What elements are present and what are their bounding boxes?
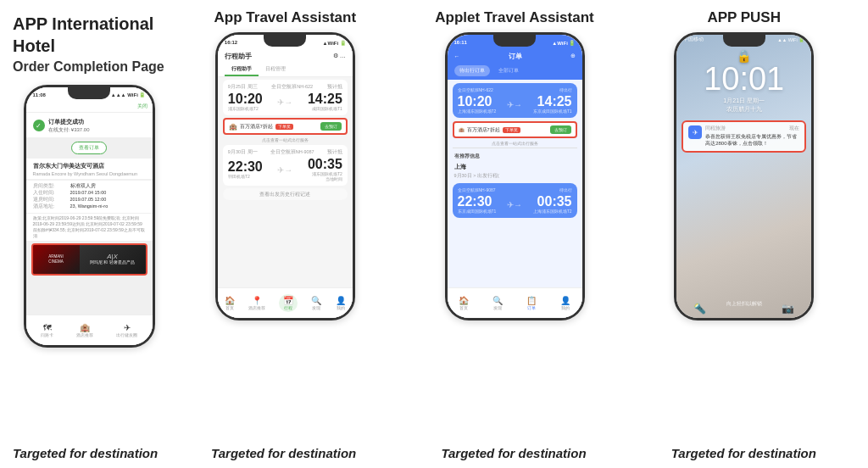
phone3-screen: 16:11 ▲WiFi 🔋 ← 订单 ⊕ 待出行订单 全部订单 <box>448 35 582 318</box>
phone4-camera-icon[interactable]: 📷 <box>782 303 794 315</box>
phone4-flashlight-icon[interactable]: 🔦 <box>693 303 706 315</box>
phone2-title: 行程助手 <box>225 52 252 61</box>
phone1-close-btn[interactable]: 关闭 <box>137 103 147 109</box>
phone3-promo-tag: 下单奖 <box>503 127 520 133</box>
phone3-hotel-promo[interactable]: 🏨 百万酒店7折起 下单奖 去预订 <box>453 121 577 138</box>
phone4-notif-text: 恭喜您获得王权免税店专属优惠券，节省高达2800泰铢，点击领取！ <box>705 133 799 148</box>
phone3-title: 订单 <box>509 52 522 61</box>
phone2-nav-hotel[interactable]: 📍 酒店推荐 <box>248 296 265 310</box>
flight2-label: 预计抵 <box>327 149 342 155</box>
footer-labels: Targeted for destination Targeted for de… <box>0 446 868 468</box>
phone2-hotel-promo[interactable]: 🏨 百万酒店7折起 下单奖 去预订 <box>223 118 348 135</box>
phone3-discover-icon: 🔍 <box>492 296 503 305</box>
trip-icon: 📅 <box>283 296 293 305</box>
phone2-header: 行程助手 ⚙ … <box>218 48 353 64</box>
phone3-city-label: 上海 <box>448 161 582 173</box>
phone1-ad-left: ARMANICINEMA <box>33 245 80 274</box>
phone4-notification[interactable]: ✈ 同程旅游 现在 恭喜您获得王权免税店专属优惠券，节省高达2800泰铢，点击领… <box>682 120 806 153</box>
phone2-tab1[interactable]: 行程助手 <box>225 64 259 76</box>
phone1-ad-banner[interactable]: ARMANICINEMA A|X 阿玛尼 和 轻奢星品产品 <box>31 243 147 276</box>
home-icon: 🏠 <box>225 296 235 305</box>
phone2-nav-discover[interactable]: 🔍 发现 <box>311 296 321 310</box>
phone3-flt1-num: 全日空航班NH-622 <box>458 87 493 92</box>
nav-item-2[interactable]: 🏨 酒店推荐 <box>76 323 93 337</box>
phone4-date: 1月21日 星期一 农历腊月十九 <box>676 97 811 114</box>
phone1-order-btn[interactable]: 查看订单 <box>71 142 107 154</box>
phone4-signal-icons: ▲▲ WiFi 🔋 <box>777 37 804 42</box>
phone3-flt2-num: 全日空航班NH-9087 <box>458 187 496 192</box>
phone2-screen: 16:12 ▲WiFi 🔋 行程助手 ⚙ … 行程助手 日程管理 <box>218 35 353 318</box>
phone3-more[interactable]: ⊕ <box>570 53 576 59</box>
check-icon: ✓ <box>33 120 45 131</box>
phone3-flt2-arr-airport: 上海浦东国际机场T2 <box>533 209 572 214</box>
phone3-book-btn[interactable]: 去预订 <box>550 125 571 134</box>
phone1-hotel-name: 首尔东大门华美达安可酒店 <box>26 159 153 171</box>
phone4-app-icon: ✈ <box>688 125 702 139</box>
footer-left-label: Targeted for destination <box>13 446 158 460</box>
phone3-home-icon: 🏠 <box>459 296 469 305</box>
phone2-tab2[interactable]: 日程管理 <box>259 64 292 76</box>
phone1-signal: ▲▲▲ WiFi 🔋 <box>111 92 146 98</box>
profile-icon: 👤 <box>336 296 346 305</box>
phone-column-4: APP PUSH 中国移动 ▲▲ WiFi 🔋 🔒 10:01 1月21日 星期… <box>632 8 855 320</box>
nav-item-1[interactable]: 🗺 问路卡 <box>41 323 53 337</box>
phone3-flt1-status: 待出行 <box>559 87 572 92</box>
phone4-screen: 中国移动 ▲▲ WiFi 🔋 🔒 10:01 1月21日 星期一 农历腊月十九 … <box>676 35 811 318</box>
footer-spacer: Targeted for destination <box>13 446 165 461</box>
phone3-flt2-time-row: 22:30 东京成田国际机场T1 ✈→ 00:35 上海浦东国际机场T2 <box>458 195 572 214</box>
flight1-depart-label: 预计抵 <box>327 84 342 90</box>
flight1-date: 9月25日 周三 <box>228 84 258 90</box>
phone1-info-block: 房间类型:标准双人房 入住时间:2019.07.04 15:00 退房时间:20… <box>26 181 153 213</box>
phone2-nav-profile[interactable]: 👤 我的 <box>336 296 346 310</box>
column-title-4: APP PUSH <box>707 8 781 27</box>
phone3-tab2[interactable]: 全部订单 <box>493 65 524 76</box>
phone1-ad-brand: 阿玛尼 和 轻奢星品产品 <box>90 260 135 265</box>
phone3-flight2-card: 全日空航班NH-9087 待出行 22:30 东京成田国际机场T1 ✈→ <box>453 183 577 218</box>
phone1-success-text: 订单提交成功 <box>48 118 90 126</box>
phone3-nav-profile[interactable]: 👤 我的 <box>560 296 570 310</box>
hotel-promo-tag: 下单奖 <box>275 124 293 130</box>
phone1-bottom-nav: 🗺 问路卡 🏨 酒店推荐 ✈ 出行健友圈 <box>26 315 153 345</box>
phones-area: App Travel Assistant 16:12 ▲WiFi 🔋 行程助手 … <box>174 8 855 437</box>
footer-label-3: Targeted for destination <box>402 446 625 461</box>
phone4-notif-app-row: 同程旅游 现在 <box>705 125 799 131</box>
phone4-notif-close[interactable]: 现在 <box>789 125 799 131</box>
flight1-dep-time: 10:20 <box>228 92 263 106</box>
column-title-2: App Travel Assistant <box>214 8 357 27</box>
phone2-nav-home[interactable]: 🏠 首页 <box>225 296 235 310</box>
flight2-dep-time: 22:30 <box>228 160 263 174</box>
phone3-frame: 16:11 ▲WiFi 🔋 ← 订单 ⊕ 待出行订单 全部订单 <box>445 32 585 320</box>
phone3-back[interactable]: ← <box>454 53 460 59</box>
share-icon: ✈ <box>124 323 131 332</box>
phone4-bottom-icons: 🔦 📷 <box>676 303 811 315</box>
phone2-flight1-card: 9月25日 周三 全日空航班NH-622 预计抵 10:20 浦东国际机场T2 … <box>223 80 348 115</box>
phone3-hotel-promo-left: 🏨 百万酒店7折起 下单奖 <box>459 127 520 133</box>
phone2-tabs: 行程助手 日程管理 <box>218 64 353 77</box>
phone4-time: 10:01 <box>676 63 811 95</box>
phone3-click-hint: 点击查看一站式出行服务 <box>448 141 582 146</box>
phone4-wrapper: 中国移动 ▲▲ WiFi 🔋 🔒 10:01 1月21日 星期一 农历腊月十九 … <box>674 32 814 320</box>
phone3-flt1-dep-time: 10:20 <box>458 95 497 109</box>
phone3-section-date: 9月30日 > 出发行程( <box>448 173 582 181</box>
phone3-flt2-arr-time: 00:35 <box>533 195 572 209</box>
phone3-flt-arrow: ✈→ <box>507 100 522 109</box>
phone3-nav-order[interactable]: 📋 订单 <box>526 296 537 310</box>
phone3-order-icon: 📋 <box>526 296 537 305</box>
phone3-tab1[interactable]: 待出行订单 <box>454 65 490 76</box>
flight2-date: 9月30日 周一 <box>228 149 258 155</box>
phone3-nav-home[interactable]: 🏠 首页 <box>459 296 469 310</box>
phone-column-2: App Travel Assistant 16:12 ▲WiFi 🔋 行程助手 … <box>174 8 397 320</box>
hotel-promo-book-btn[interactable]: 去预订 <box>320 122 342 131</box>
phone2-signal: ▲WiFi 🔋 <box>323 40 346 46</box>
history-btn[interactable]: 查看出发历史行程记述 <box>259 192 310 197</box>
company-title: APP International Hotel <box>13 13 165 57</box>
phone3-nav-discover[interactable]: 🔍 发现 <box>492 296 503 310</box>
nav-item-3[interactable]: ✈ 出行健友圈 <box>116 323 137 337</box>
footer-label-2: Targeted for destination <box>172 446 395 461</box>
phone1-frame: 11:08 ▲▲▲ WiFi 🔋 关闭 ✓ 订单提交成功 在线支付: ¥337.… <box>24 85 155 348</box>
phone-column-3: Applet Travel Assistant 16:11 ▲WiFi 🔋 ← … <box>403 8 626 320</box>
phone2-bottom-nav: 🏠 首页 📍 酒店推荐 📅 行程 <box>218 287 353 318</box>
phone2-time: 16:12 <box>225 40 237 45</box>
footer-label-4: Targeted for destination <box>632 446 855 461</box>
phone2-nav-trip[interactable]: 📅 行程 <box>279 294 298 312</box>
